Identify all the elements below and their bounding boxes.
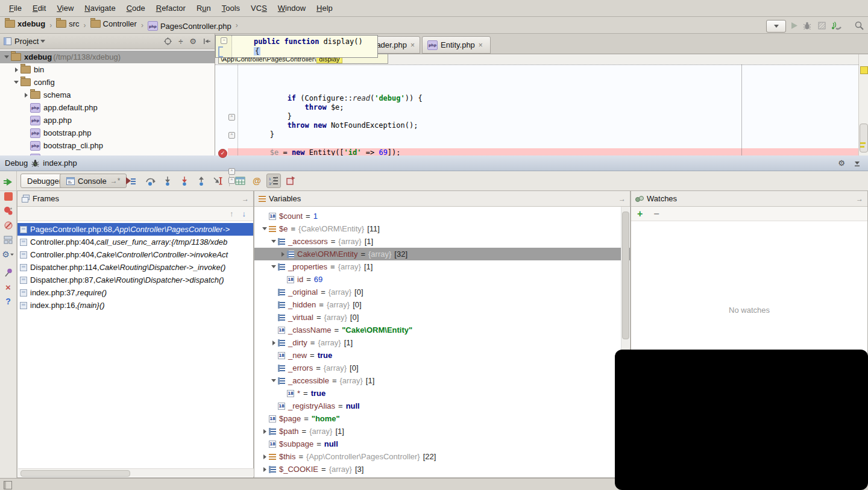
variable-row-_registryAlias[interactable]: 18_registryAlias=null <box>254 400 630 412</box>
step-out-button[interactable] <box>194 174 209 188</box>
project-panel-title[interactable]: Project <box>14 37 39 46</box>
code-line-5[interactable]: } <box>228 130 858 139</box>
variable-row-_hidden[interactable]: _hidden={array}[0] <box>254 298 630 311</box>
variable-row-_errors[interactable]: _errors={array}[0] <box>254 362 630 374</box>
collapsed-arrow-icon[interactable] <box>22 93 30 98</box>
collapsed-arrow-icon[interactable] <box>260 429 269 434</box>
collapsed-arrow-icon[interactable] <box>12 68 20 72</box>
variable-row-_new[interactable]: 18_new=true <box>254 349 630 362</box>
search-everywhere-icon[interactable] <box>852 19 866 31</box>
scrollbar-thumb[interactable] <box>622 212 629 339</box>
force-step-into-button[interactable] <box>177 174 192 188</box>
frame-row-2[interactable]: Controller.php:404, call_user_func_array… <box>17 236 253 248</box>
menu-file[interactable]: File <box>4 4 27 13</box>
menu-edit[interactable]: Edit <box>27 4 51 13</box>
variable-row-_className[interactable]: 18_className="Cake\ORM\Entity" <box>254 324 630 336</box>
variable-row--path[interactable]: $path={array}[1] <box>254 425 630 438</box>
previous-frame-icon[interactable]: ↑ <box>230 209 234 218</box>
menu-navigate[interactable]: Navigate <box>79 4 121 13</box>
close-button[interactable]: × <box>0 281 16 293</box>
listen-debug-connections-icon[interactable] <box>829 19 843 31</box>
tree-item-config[interactable]: config <box>0 76 215 89</box>
editor-scrollbar-thumb[interactable] <box>860 124 868 152</box>
collapse-all-icon[interactable]: ÷ <box>178 37 183 46</box>
stop-button[interactable] <box>0 190 16 203</box>
variables-hide-icon[interactable]: → <box>618 195 626 203</box>
expanded-arrow-icon[interactable] <box>2 55 11 58</box>
next-frame-icon[interactable]: ↓ <box>242 209 247 218</box>
variable-row-_virtual[interactable]: _virtual={array}[0] <box>254 311 630 324</box>
breakpoint-icon[interactable]: ✓ <box>218 149 227 158</box>
frame-row-4[interactable]: Dispatcher.php:114, Cake\Routing\Dispatc… <box>17 261 253 274</box>
show-execution-point-button[interactable] <box>124 174 138 188</box>
run-to-cursor-button[interactable] <box>211 174 225 188</box>
project-views-dropdown-icon[interactable] <box>40 40 45 43</box>
collapsed-arrow-icon[interactable] <box>260 454 269 459</box>
tree-item-app-default-php[interactable]: app.default.php <box>0 101 215 114</box>
variable-row--count[interactable]: 18$count=1 <box>254 210 630 222</box>
locate-icon[interactable] <box>164 37 172 45</box>
menu-vcs[interactable]: VCS <box>245 4 272 13</box>
debug-title-bar[interactable]: Debug index.php ⚙ <box>0 155 868 171</box>
run-icon[interactable] <box>787 19 800 31</box>
hide-debug-window-icon[interactable] <box>854 160 861 167</box>
toolwindow-toggle-icon[interactable] <box>4 481 12 489</box>
variable-row--e[interactable]: $e={Cake\ORM\Entity}[11] <box>254 222 630 235</box>
tab-close-icon[interactable]: × <box>410 41 415 49</box>
code-area[interactable]: if (Configure::read('debug')) {throw $e;… <box>215 65 858 155</box>
fold-marker-icon[interactable]: ^ <box>228 177 235 184</box>
run-configuration-select[interactable] <box>766 20 786 33</box>
variable-row-_properties[interactable]: _properties={array}[1] <box>254 260 630 273</box>
project-settings-gear-icon[interactable]: ⚙ <box>189 37 197 46</box>
collapsed-arrow-icon[interactable] <box>278 252 287 257</box>
code-line-1[interactable]: if (Configure::read('debug')) { <box>228 94 858 103</box>
breadcrumb-item-pagescontroller-php[interactable]: PagesController.php <box>148 21 231 31</box>
breadcrumb-item-xdebug[interactable]: xdebug <box>5 19 45 28</box>
expanded-arrow-icon[interactable] <box>260 227 269 230</box>
menu-refactor[interactable]: Refactor <box>151 4 191 13</box>
tree-item-schema[interactable]: schema <box>0 89 215 101</box>
tree-item-bin[interactable]: bin <box>0 63 215 76</box>
breadcrumb-item-src[interactable]: src <box>56 19 79 28</box>
sort-alphabetically-button[interactable]: 13 <box>266 174 281 188</box>
variable-row-_original[interactable]: _original={array}[0] <box>254 286 630 298</box>
variable-row-_accessible[interactable]: _accessible={array}[1] <box>254 374 630 387</box>
help-button[interactable]: ? <box>0 295 16 307</box>
warning-stripe-mark[interactable] <box>860 146 864 148</box>
collapsed-arrow-icon[interactable] <box>269 341 278 345</box>
variable-row--_COOKIE[interactable]: $_COOKIE={array}[3] <box>254 463 630 476</box>
expanded-arrow-icon[interactable] <box>269 379 278 382</box>
debug-icon[interactable] <box>800 19 814 31</box>
fold-marker-icon[interactable]: ^ <box>228 168 235 175</box>
tree-item-bootstrap_cli-php[interactable]: bootstrap_cli.php <box>0 139 215 152</box>
warning-stripe-mark[interactable] <box>860 142 866 144</box>
menu-view[interactable]: View <box>51 4 79 13</box>
editor-error-stripe[interactable] <box>858 54 868 155</box>
menu-window[interactable]: Window <box>272 4 311 13</box>
fold-icon[interactable]: − <box>221 37 227 44</box>
pin-button[interactable] <box>0 266 16 278</box>
frame-row-7[interactable]: index.php:16, {main}() <box>17 299 253 312</box>
coverage-icon[interactable] <box>815 19 828 31</box>
tree-item-xdebug[interactable]: xdebug (/tmp/1138/xdebug) <box>0 51 215 63</box>
tab-entity-php[interactable]: Entity.php × <box>422 36 491 54</box>
menu-run[interactable]: Run <box>191 4 216 13</box>
watches-hide-icon[interactable]: → <box>856 195 863 203</box>
breadcrumb-item-controller[interactable]: Controller <box>90 19 137 28</box>
code-line-2[interactable]: throw $e; <box>228 103 858 112</box>
variable-row-_accessors[interactable]: _accessors={array}[1] <box>254 235 630 248</box>
code-line-4[interactable]: throw new NotFoundException(); <box>228 121 858 130</box>
variable-row--page[interactable]: 18$page="home" <box>254 412 630 425</box>
code-line-6[interactable] <box>228 139 858 148</box>
tab-close-icon[interactable]: × <box>479 41 483 49</box>
frame-row-5[interactable]: Dispatcher.php:87, Cake\Routing\Dispatch… <box>17 274 253 286</box>
variable-row-_dirty[interactable]: _dirty={array}[1] <box>254 336 630 349</box>
expanded-arrow-icon[interactable] <box>12 81 20 84</box>
scrollbar-thumb[interactable] <box>20 470 130 477</box>
inspection-status-square[interactable] <box>860 66 868 74</box>
frame-row-1[interactable]: PagesController.php:68, App\Controller\P… <box>17 223 253 236</box>
menu-code[interactable]: Code <box>121 4 151 13</box>
step-into-button[interactable] <box>160 174 175 188</box>
fold-marker-icon[interactable]: ^ <box>228 132 235 139</box>
variable-row--subpage[interactable]: 18$subpage=null <box>254 438 630 450</box>
